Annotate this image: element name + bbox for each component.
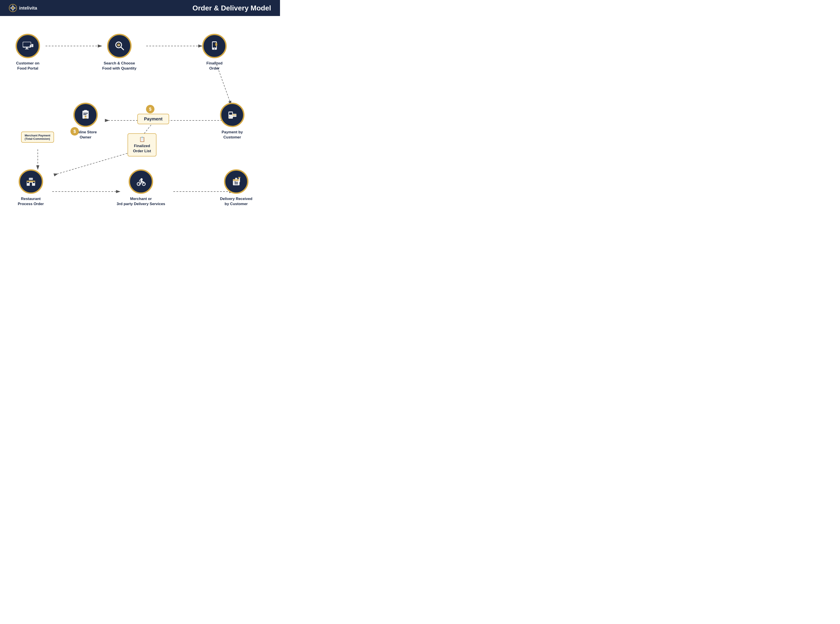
svg-rect-20 xyxy=(26,48,28,49)
node-customer: Customer onFood Portal xyxy=(15,34,40,71)
svg-rect-39 xyxy=(229,113,232,115)
node-delivery-received: Delivery Receivedby Customer xyxy=(220,169,252,207)
node-merchant-delivery: Merchant or3rd party Delivery Services xyxy=(117,169,165,207)
node-finalized-order: FinalizedOrder xyxy=(202,34,227,71)
diagram: Customer onFood Portal 🍽 Search & Choose… xyxy=(9,23,271,214)
svg-rect-49 xyxy=(29,178,33,180)
delivery-icon xyxy=(129,169,153,194)
logo-text: intelivita xyxy=(19,6,37,11)
svg-rect-23 xyxy=(30,45,31,47)
svg-rect-55 xyxy=(235,178,237,179)
delivery-received-label: Delivery Receivedby Customer xyxy=(220,196,252,207)
payment-box: Payment xyxy=(137,114,169,124)
svg-rect-60 xyxy=(239,177,240,182)
restaurant-label: RestaurantProcess Order xyxy=(18,196,44,207)
svg-rect-61 xyxy=(238,177,241,178)
svg-rect-46 xyxy=(30,183,32,186)
finalized-order-label: FinalizedOrder xyxy=(207,61,223,71)
restaurant-icon xyxy=(19,169,43,194)
online-store-icon xyxy=(73,103,98,127)
svg-rect-34 xyxy=(84,110,87,111)
search-label: Search & ChooseFood with Quantity xyxy=(102,61,136,71)
node-restaurant: RestaurantProcess Order xyxy=(18,169,44,207)
logo-icon xyxy=(9,4,17,12)
merchant-payment-label: Merchant Payment(Total-Commision) xyxy=(21,131,54,143)
svg-text:🍽: 🍽 xyxy=(117,44,120,46)
payment-customer-icon xyxy=(220,103,244,127)
svg-point-40 xyxy=(229,116,230,117)
svg-point-31 xyxy=(215,43,217,46)
customer-icon xyxy=(15,34,40,58)
logo-area: intelivita xyxy=(9,4,37,12)
svg-rect-35 xyxy=(83,113,88,114)
svg-point-37 xyxy=(85,116,86,117)
finalized-order-icon xyxy=(202,34,227,58)
svg-rect-36 xyxy=(83,114,86,115)
svg-rect-48 xyxy=(33,182,35,183)
main-content: Customer onFood Portal 🍽 Search & Choose… xyxy=(0,16,280,222)
svg-rect-21 xyxy=(25,49,29,49)
svg-rect-32 xyxy=(216,43,217,44)
svg-point-30 xyxy=(214,48,215,49)
svg-point-52 xyxy=(141,178,143,181)
header: intelivita Order & Delivery Model xyxy=(0,0,280,16)
header-title: Order & Delivery Model xyxy=(193,4,271,12)
finalized-order-list: 📋 FinalizedOrder List xyxy=(128,133,156,156)
svg-line-25 xyxy=(121,47,124,50)
delivery-received-icon xyxy=(224,169,249,194)
svg-rect-42 xyxy=(232,114,236,115)
svg-rect-47 xyxy=(27,182,29,183)
node-payment-customer: Payment byCustomer xyxy=(220,103,244,140)
payment-dollar-badge: $ xyxy=(146,105,154,113)
svg-rect-22 xyxy=(31,44,33,47)
svg-point-1 xyxy=(12,7,14,9)
node-search: 🍽 Search & ChooseFood with Quantity xyxy=(102,34,136,71)
search-icon: 🍽 xyxy=(107,34,131,58)
payment-customer-label: Payment byCustomer xyxy=(222,130,242,140)
delivery-label: Merchant or3rd party Delivery Services xyxy=(117,196,165,207)
merchant-dollar-badge: $ xyxy=(71,127,79,136)
svg-rect-19 xyxy=(23,42,31,47)
customer-label: Customer onFood Portal xyxy=(16,61,40,71)
